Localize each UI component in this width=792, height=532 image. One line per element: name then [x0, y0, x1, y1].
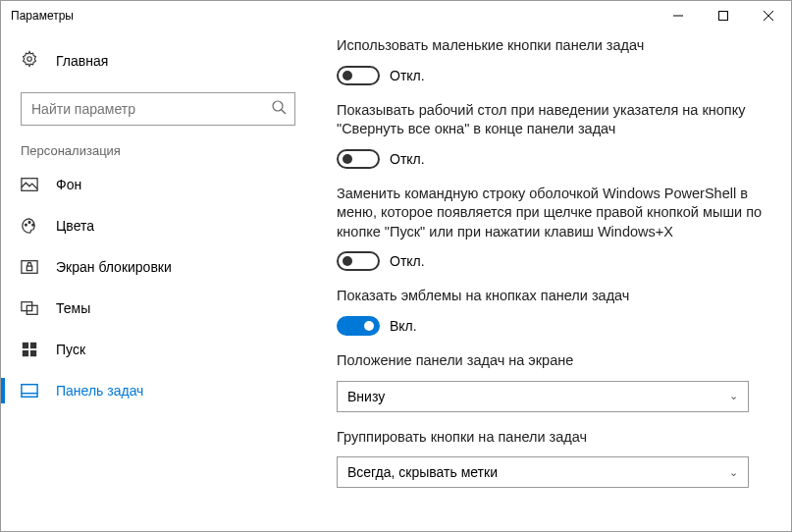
dropdown-value: Всегда, скрывать метки [347, 464, 498, 480]
window-title: Параметры [11, 9, 74, 23]
toggle-badges[interactable] [337, 316, 380, 336]
toggle-peek-desktop[interactable] [337, 149, 380, 169]
gear-icon [21, 50, 40, 71]
lockscreen-icon [21, 258, 40, 276]
minimize-button[interactable] [656, 1, 701, 30]
toggle-state: Откл. [390, 68, 425, 83]
search-input[interactable] [31, 101, 271, 117]
search-box[interactable] [21, 92, 295, 126]
sidebar-item-label: Цвета [56, 218, 94, 234]
setting-label: Показывать рабочий стол при наведении ук… [337, 101, 766, 139]
start-icon [21, 341, 40, 358]
sidebar-item-start[interactable]: Пуск [1, 329, 315, 370]
sidebar-item-themes[interactable]: Темы [1, 288, 315, 329]
sidebar-item-lockscreen[interactable]: Экран блокировки [1, 246, 315, 288]
sidebar-item-colors[interactable]: Цвета [1, 205, 315, 246]
sidebar-item-label: Фон [56, 177, 81, 192]
chevron-down-icon: ⌄ [729, 390, 738, 402]
close-button[interactable] [746, 1, 791, 30]
setting-label: Группировать кнопки на панели задач [337, 428, 766, 448]
setting-label: Использовать маленькие кнопки панели зад… [337, 36, 766, 56]
sidebar-item-label: Экран блокировки [56, 259, 172, 275]
taskbar-icon [21, 382, 40, 399]
svg-rect-19 [22, 385, 37, 398]
setting-label: Заменить командную строку оболочкой Wind… [337, 185, 766, 242]
home-nav[interactable]: Главная [1, 40, 315, 80]
sidebar-item-label: Темы [56, 300, 90, 316]
titlebar: Параметры [1, 1, 791, 30]
svg-rect-17 [23, 350, 28, 356]
dropdown-taskbar-position[interactable]: Внизу ⌄ [337, 381, 749, 412]
toggle-state: Вкл. [390, 318, 417, 334]
toggle-small-buttons[interactable] [337, 66, 380, 85]
toggle-state: Откл. [390, 253, 425, 269]
svg-rect-12 [26, 266, 31, 271]
svg-line-6 [282, 110, 286, 114]
sidebar-item-label: Пуск [56, 342, 85, 357]
sidebar: Главная Персонализация Фон Цвета Экран б… [1, 30, 315, 531]
search-icon [271, 99, 287, 119]
chevron-down-icon: ⌄ [729, 466, 738, 479]
dropdown-value: Внизу [347, 389, 385, 404]
sidebar-item-label: Панель задач [56, 383, 143, 399]
svg-rect-1 [719, 12, 728, 21]
picture-icon [21, 176, 40, 193]
setting-label: Показать эмблемы на кнопках панели задач [337, 287, 766, 306]
main-panel: Использовать маленькие кнопки панели зад… [315, 30, 791, 531]
svg-point-10 [32, 224, 34, 226]
section-label: Персонализация [1, 139, 315, 164]
maximize-button[interactable] [701, 1, 746, 30]
svg-rect-15 [23, 343, 28, 348]
toggle-powershell[interactable] [337, 251, 380, 271]
svg-rect-16 [30, 343, 36, 348]
svg-point-8 [26, 224, 27, 226]
svg-rect-18 [30, 350, 36, 356]
setting-label: Положение панели задач на экране [337, 351, 766, 371]
themes-icon [21, 299, 40, 317]
dropdown-combine-buttons[interactable]: Всегда, скрывать метки ⌄ [337, 456, 749, 488]
sidebar-item-taskbar[interactable]: Панель задач [1, 370, 315, 411]
svg-point-4 [27, 57, 32, 62]
palette-icon [21, 217, 40, 235]
sidebar-item-background[interactable]: Фон [1, 164, 315, 205]
home-label: Главная [56, 53, 108, 69]
svg-point-9 [28, 222, 30, 224]
toggle-state: Откл. [390, 151, 425, 167]
svg-point-5 [273, 101, 283, 111]
